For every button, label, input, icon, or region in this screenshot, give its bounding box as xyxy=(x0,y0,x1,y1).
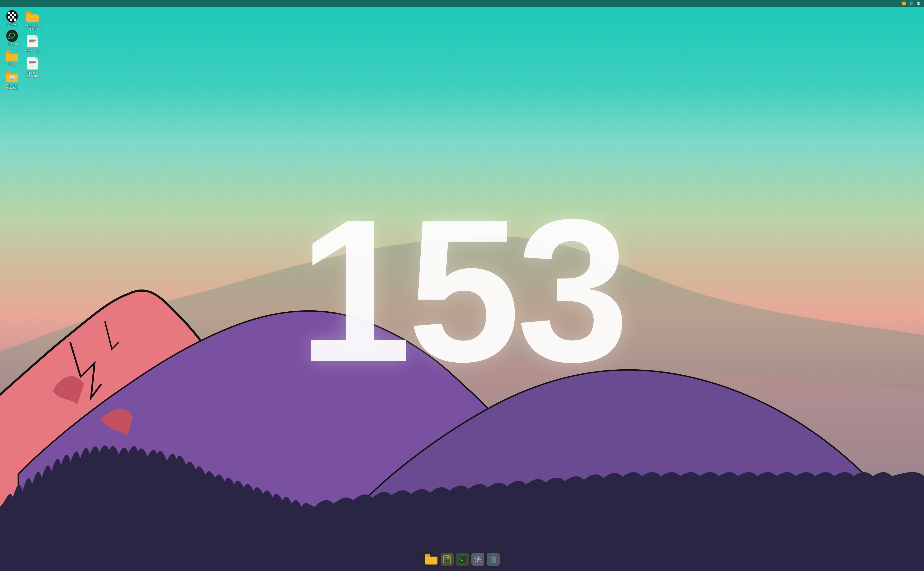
christmas-party-label: Christmas Party Pics xyxy=(3,84,21,90)
christmas-party-icon-item[interactable]: Christmas Party Pics xyxy=(2,69,22,91)
svg-rect-10 xyxy=(492,556,494,557)
wip-folder-img xyxy=(6,51,18,61)
wip-icon-item[interactable]: W.I.P xyxy=(2,48,22,68)
sound-icon: 🔊 xyxy=(909,2,913,5)
lokinet-icon-item[interactable]: LokiNet xyxy=(2,9,22,28)
christmas-party-icon xyxy=(5,70,19,83)
svg-point-1 xyxy=(13,76,14,77)
desktop: 📶 🔊 ⏻ 153 xyxy=(0,0,924,571)
service-node-label: Service Node Stuff xyxy=(24,24,41,30)
service-node-img xyxy=(26,12,39,22)
dock-image-viewer[interactable] xyxy=(441,553,454,566)
lokinet-icon-img xyxy=(6,10,18,23)
lokinet-icon xyxy=(6,11,18,22)
dock-files[interactable] xyxy=(424,552,438,566)
christmas-party-img xyxy=(6,71,18,82)
wip-label: W.I.P xyxy=(9,63,15,66)
dock-trash[interactable] xyxy=(487,553,500,566)
svg-text:>_: >_ xyxy=(460,557,463,561)
wallpaper xyxy=(0,0,924,571)
wifi-icon: 📶 xyxy=(902,2,906,5)
private-keys-img xyxy=(27,35,38,48)
svg-point-3 xyxy=(447,557,449,559)
service-node-icon xyxy=(26,11,39,23)
plaintext-passwords-icon-item[interactable]: Plaintext Passwords xyxy=(23,55,42,79)
wip-folder-icon xyxy=(5,49,19,62)
session-label: Session xyxy=(7,43,17,46)
plaintext-passwords-icon xyxy=(26,56,39,70)
desktop-icons-right: Service Node Stuff Private Keys xyxy=(23,9,42,79)
topbar: 📶 🔊 ⏻ xyxy=(0,0,924,7)
session-icon-item[interactable]: Session xyxy=(2,29,22,47)
dock-settings[interactable] xyxy=(471,553,484,566)
taskbar: >_ xyxy=(420,550,504,568)
svg-point-7 xyxy=(477,558,479,560)
session-icon-img xyxy=(6,29,18,42)
service-node-icon-item[interactable]: Service Node Stuff xyxy=(23,9,42,32)
private-keys-icon xyxy=(26,34,39,48)
lokinet-label: LokiNet xyxy=(8,23,16,26)
dock-terminal[interactable]: >_ xyxy=(456,553,469,566)
private-keys-label: Private Keys xyxy=(25,49,40,52)
power-icon[interactable]: ⏻ xyxy=(917,2,920,5)
plaintext-passwords-img xyxy=(27,57,38,69)
private-keys-icon-item[interactable]: Private Keys xyxy=(23,33,42,54)
session-icon xyxy=(6,30,18,42)
plaintext-passwords-label: Plaintext Passwords xyxy=(24,71,41,77)
desktop-icons-left: LokiNet Session W.I.P xyxy=(2,9,22,91)
